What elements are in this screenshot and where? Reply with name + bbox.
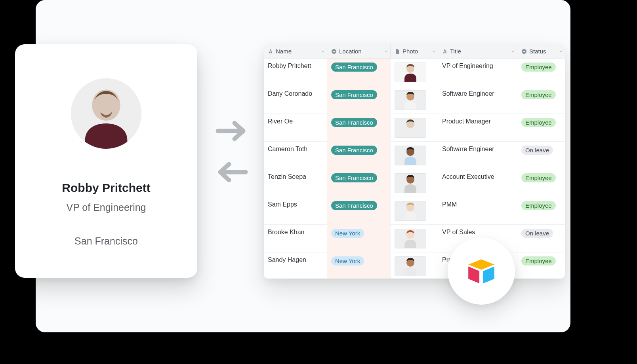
location-tag: New York xyxy=(331,229,364,238)
cell-location[interactable]: New York xyxy=(327,252,391,279)
cell-title[interactable]: Account Executive xyxy=(438,169,517,197)
cell-photo[interactable] xyxy=(391,169,438,197)
profile-title: VP of Engineering xyxy=(66,202,146,213)
cell-status[interactable]: Employee xyxy=(517,86,565,114)
cell-photo[interactable] xyxy=(391,59,438,86)
status-tag: Employee xyxy=(521,118,556,127)
table-row[interactable]: Sandy HagenNew YorkProEmployee xyxy=(264,252,565,279)
cell-photo[interactable] xyxy=(391,86,438,114)
cell-status[interactable]: Employee xyxy=(517,114,565,142)
location-tag: San Francisco xyxy=(331,63,377,72)
cell-name[interactable]: Brooke Khan xyxy=(264,225,327,252)
profile-avatar xyxy=(71,78,141,149)
location-tag: New York xyxy=(331,256,364,265)
profile-location: San Francisco xyxy=(74,235,138,247)
status-tag: On leave xyxy=(521,229,553,238)
svg-marker-12 xyxy=(468,267,479,284)
arrow-left-icon xyxy=(215,160,249,184)
cell-location[interactable]: San Francisco xyxy=(327,142,391,169)
sync-arrows xyxy=(215,119,249,184)
table-row[interactable]: Sam EppsSan FranciscoPMMEmployee xyxy=(264,197,565,225)
cell-status[interactable]: Employee xyxy=(517,197,565,225)
cell-name[interactable]: Tenzin Soepa xyxy=(264,169,327,197)
column-label: Status xyxy=(529,48,546,55)
cell-status[interactable]: Employee xyxy=(517,59,565,86)
photo-thumbnail[interactable] xyxy=(395,173,426,193)
cell-name[interactable]: Sandy Hagen xyxy=(264,252,327,279)
cell-photo[interactable] xyxy=(391,114,438,142)
person-icon xyxy=(71,78,141,149)
cell-name[interactable]: Sam Epps xyxy=(264,197,327,225)
photo-thumbnail[interactable] xyxy=(395,146,426,165)
column-header[interactable]: Photo xyxy=(391,44,438,58)
profile-name: Robby Pritchett xyxy=(62,181,150,195)
cell-status[interactable]: On leave xyxy=(517,142,565,169)
cell-name[interactable]: Robby Pritchett xyxy=(264,59,327,86)
column-label: Name xyxy=(276,48,292,55)
table-row[interactable]: Tenzin SoepaSan FranciscoAccount Executi… xyxy=(264,169,565,197)
column-header[interactable]: Status xyxy=(517,44,565,58)
table-header-row: NameLocationPhotoTitleStatus xyxy=(264,44,565,59)
cell-status[interactable]: Employee xyxy=(517,169,565,197)
table-row[interactable]: Brooke KhanNew YorkVP of SalesOn leave xyxy=(264,225,565,252)
arrow-right-icon xyxy=(215,119,249,143)
cell-title[interactable]: Product Manager xyxy=(438,114,517,142)
location-tag: San Francisco xyxy=(331,146,377,155)
cell-status[interactable]: Employee xyxy=(517,252,565,279)
cell-title[interactable]: VP of Engineering xyxy=(438,59,517,86)
svg-point-2 xyxy=(522,49,526,53)
column-header[interactable]: Title xyxy=(438,44,517,58)
status-tag: Employee xyxy=(521,256,556,265)
table-row[interactable]: River OeSan FranciscoProduct ManagerEmpl… xyxy=(264,114,565,142)
cell-title[interactable]: PMM xyxy=(438,197,517,225)
column-label: Location xyxy=(339,48,362,55)
airtable-logo-badge xyxy=(448,237,515,305)
column-header[interactable]: Name xyxy=(264,44,327,58)
cell-title[interactable]: Software Engineer xyxy=(438,142,517,169)
cell-location[interactable]: San Francisco xyxy=(327,197,391,225)
status-tag: Employee xyxy=(521,63,556,72)
column-label: Photo xyxy=(402,48,418,55)
cell-location[interactable]: San Francisco xyxy=(327,169,391,197)
table-row[interactable]: Robby PritchettSan FranciscoVP of Engine… xyxy=(264,59,565,86)
photo-thumbnail[interactable] xyxy=(395,63,426,82)
cell-name[interactable]: Dany Coronado xyxy=(264,86,327,114)
photo-thumbnail[interactable] xyxy=(395,118,426,138)
svg-marker-13 xyxy=(483,267,494,284)
photo-thumbnail[interactable] xyxy=(395,256,426,276)
location-tag: San Francisco xyxy=(331,90,377,99)
status-tag: Employee xyxy=(521,90,556,99)
table-row[interactable]: Dany CoronadoSan FranciscoSoftware Engin… xyxy=(264,86,565,114)
cell-location[interactable]: New York xyxy=(327,225,391,252)
photo-thumbnail[interactable] xyxy=(395,90,426,110)
table-row[interactable]: Cameron TothSan FranciscoSoftware Engine… xyxy=(264,142,565,169)
location-tag: San Francisco xyxy=(331,118,377,127)
cell-name[interactable]: Cameron Toth xyxy=(264,142,327,169)
table-body: Robby PritchettSan FranciscoVP of Engine… xyxy=(264,59,565,279)
cell-photo[interactable] xyxy=(391,142,438,169)
cell-location[interactable]: San Francisco xyxy=(327,114,391,142)
column-label: Title xyxy=(450,48,461,55)
column-header[interactable]: Location xyxy=(327,44,391,58)
photo-thumbnail[interactable] xyxy=(395,201,426,221)
cell-photo[interactable] xyxy=(391,225,438,252)
cell-photo[interactable] xyxy=(391,197,438,225)
cell-title[interactable]: Software Engineer xyxy=(438,86,517,114)
status-tag: On leave xyxy=(521,146,553,155)
cell-location[interactable]: San Francisco xyxy=(327,59,391,86)
cell-status[interactable]: On leave xyxy=(517,225,565,252)
photo-thumbnail[interactable] xyxy=(395,229,426,248)
airtable-logo-icon xyxy=(465,255,498,287)
cell-name[interactable]: River Oe xyxy=(264,114,327,142)
status-tag: Employee xyxy=(521,201,556,210)
employee-table: NameLocationPhotoTitleStatus Robby Pritc… xyxy=(264,44,565,279)
cell-location[interactable]: San Francisco xyxy=(327,86,391,114)
svg-point-1 xyxy=(332,49,336,53)
cell-photo[interactable] xyxy=(391,252,438,279)
profile-card: Robby Pritchett VP of Engineering San Fr… xyxy=(15,44,197,278)
location-tag: San Francisco xyxy=(331,201,377,210)
location-tag: San Francisco xyxy=(331,173,377,182)
status-tag: Employee xyxy=(521,173,556,182)
